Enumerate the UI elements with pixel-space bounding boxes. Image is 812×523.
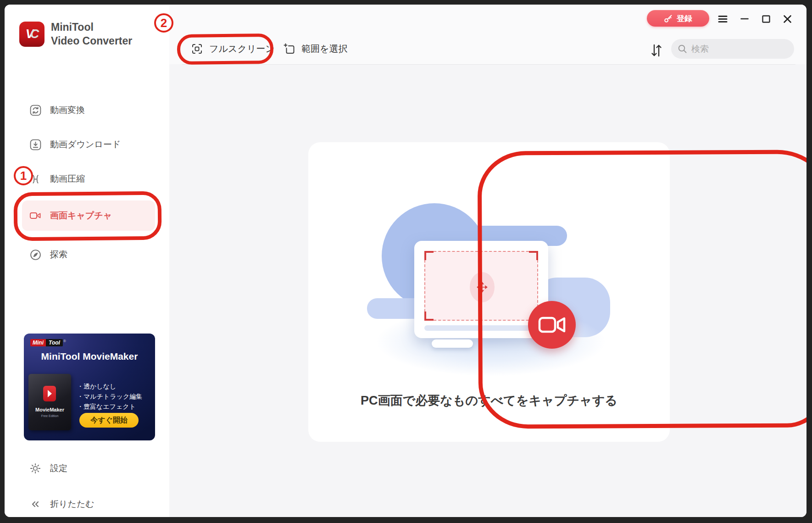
toolbar-divider (182, 64, 795, 65)
app-title: MiniTool Video Converter (51, 20, 132, 48)
sidebar-item-label: 画面キャプチャ (50, 210, 112, 222)
moviemaker-ad-banner[interactable]: Mini Tool ® MiniTool MovieMaker MovieMak… (24, 334, 155, 440)
screen-capture-illustration: PC画面で必要なものすべてをキャプチャする (308, 142, 670, 442)
sidebar-collapse-button[interactable]: 折りたたむ (5, 494, 169, 514)
select-region-label: 範囲を選択 (301, 43, 347, 55)
sort-button[interactable] (651, 43, 662, 58)
app-title-line1: MiniTool (51, 20, 132, 34)
ad-feature-list: ・透かしなし ・マルチトラック編集 ・豊富なエフェクト (77, 381, 142, 412)
sidebar-item-label: 設定 (50, 462, 67, 474)
app-logo: VC (19, 22, 44, 47)
moviemaker-logo-icon (43, 386, 56, 401)
ad-feature-item: ・豊富なエフェクト (77, 401, 142, 412)
search-box (671, 39, 794, 59)
register-button[interactable]: 登録 (647, 10, 709, 27)
start-now-button[interactable]: 今すぐ開始 (79, 413, 139, 428)
sidebar-item-video-download[interactable]: 動画ダウンロード (5, 134, 169, 155)
ad-feature-item: ・透かしなし (77, 381, 142, 391)
laptop-bezel (424, 325, 538, 331)
close-button[interactable] (781, 13, 793, 25)
fullscreen-label: フルスクリーン (209, 43, 275, 55)
fullscreen-capture-button[interactable]: フルスクリーン (191, 38, 275, 60)
select-region-icon (283, 43, 295, 55)
logo-vc-text: VC (26, 27, 39, 41)
select-region-button[interactable]: 範囲を選択 (283, 38, 347, 60)
main-area: フルスクリーン 範囲を選択 (169, 5, 806, 517)
download-icon (28, 138, 42, 151)
sidebar-item-label: 折りたたむ (50, 498, 95, 510)
sidebar-item-label: 動画圧縮 (50, 173, 85, 185)
sidebar-item-explore[interactable]: 探索 (5, 245, 169, 265)
menu-button[interactable] (717, 13, 729, 25)
corner-bracket (424, 251, 434, 260)
capture-mode-card[interactable]: PC画面で必要なものすべてをキャプチャする (308, 142, 670, 442)
video-camera-icon (538, 315, 566, 334)
brand-tool: Tool (46, 339, 63, 346)
annotation-step-1: 1 (14, 166, 33, 185)
app-title-line2: Video Converter (51, 34, 132, 48)
register-label: 登録 (677, 13, 692, 24)
app-window: VC MiniTool Video Converter 動画変換 (5, 5, 806, 517)
fullscreen-icon (191, 43, 203, 55)
laptop-stand (432, 339, 473, 348)
sidebar-item-screen-capture[interactable]: 画面キャプチャ (22, 200, 155, 231)
brand-mini: Mini (30, 339, 46, 346)
record-camera-badge (528, 301, 576, 349)
move-arrows-icon (477, 282, 488, 293)
annotation-step-2: 2 (154, 13, 173, 33)
search-icon (677, 44, 688, 54)
product-box-name: MovieMaker (28, 407, 71, 412)
product-box-image: MovieMaker Free Edition (28, 374, 71, 430)
maximize-button[interactable] (760, 13, 772, 25)
sidebar-item-label: 動画ダウンロード (50, 139, 121, 150)
minimize-button[interactable] (739, 13, 751, 25)
gear-icon (28, 462, 42, 475)
corner-bracket (529, 251, 538, 260)
sidebar-item-label: 動画変換 (50, 104, 85, 116)
capture-card-caption: PC画面で必要なものすべてをキャプチャする (308, 392, 670, 409)
product-box-edition: Free Edition (28, 414, 71, 417)
step-number: 2 (161, 16, 167, 30)
registered-mark: ® (63, 339, 66, 343)
ad-title: MiniTool MovieMaker (24, 351, 155, 362)
sidebar-item-video-convert[interactable]: 動画変換 (5, 100, 169, 120)
corner-bracket (424, 312, 434, 321)
step-number: 1 (20, 169, 27, 183)
compass-icon (28, 248, 42, 262)
sidebar-item-label: 探索 (50, 249, 67, 261)
convert-icon (28, 103, 42, 117)
screen-record-icon (28, 209, 42, 223)
move-handle-illustration (470, 272, 495, 302)
sidebar-item-settings[interactable]: 設定 (5, 458, 169, 478)
collapse-chevrons-icon (28, 497, 42, 511)
key-icon (664, 14, 673, 23)
search-input[interactable] (691, 39, 790, 59)
sidebar: VC MiniTool Video Converter 動画変換 (5, 5, 169, 517)
minitool-brand-badge: Mini Tool ® (30, 339, 66, 346)
ad-feature-item: ・マルチトラック編集 (77, 391, 142, 401)
selection-area-illustration (424, 251, 538, 321)
